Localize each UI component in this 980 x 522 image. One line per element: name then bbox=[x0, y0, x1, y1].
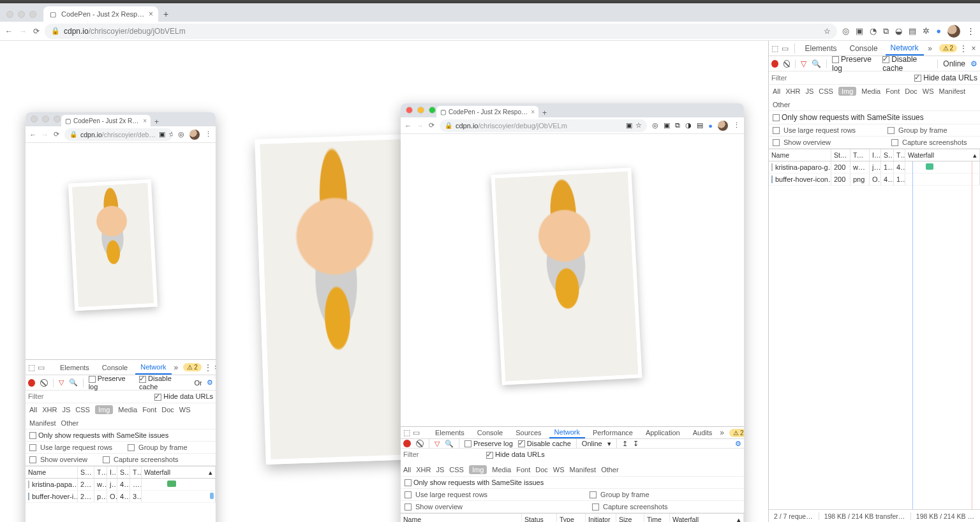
filter-pill[interactable]: All bbox=[773, 87, 780, 95]
table-row[interactable]: buffer-hover-i… 200 p… O… 4… 3… bbox=[26, 491, 216, 503]
col-status[interactable]: Status bbox=[522, 514, 557, 522]
window-controls[interactable] bbox=[31, 116, 61, 123]
filter-pill[interactable]: Manifest bbox=[939, 87, 966, 95]
close-icon[interactable] bbox=[31, 116, 38, 123]
filter-pill[interactable]: Doc bbox=[535, 466, 548, 474]
forward-button[interactable]: → bbox=[19, 27, 27, 36]
filter-pill[interactable]: JS bbox=[436, 466, 444, 474]
ext-icon[interactable]: ◑ bbox=[685, 121, 692, 130]
ext-icon[interactable]: ▣ bbox=[856, 26, 863, 36]
close-icon[interactable] bbox=[406, 107, 413, 114]
large-rows-checkbox[interactable]: Use large request rows bbox=[773, 126, 856, 134]
col-waterfall[interactable]: Waterfall▴ bbox=[670, 514, 744, 522]
ext-icon[interactable]: ⧉ bbox=[675, 121, 680, 130]
filter-icon[interactable]: ▽ bbox=[801, 59, 806, 68]
settings-icon[interactable]: ⚙ bbox=[970, 59, 977, 68]
zoom-window-button[interactable] bbox=[29, 11, 36, 18]
warning-badge[interactable]: ⚠ 2 bbox=[939, 44, 958, 52]
show-overview-checkbox[interactable]: Show overview bbox=[29, 456, 87, 463]
address-bar[interactable]: 🔒 cdpn.io/chriscoyier/debug/jObVELm ☆ bbox=[45, 24, 837, 39]
filter-pill[interactable]: WS bbox=[923, 87, 934, 95]
ext-icon[interactable]: ▤ bbox=[697, 121, 703, 130]
inspect-icon[interactable]: ⬚ bbox=[771, 43, 779, 54]
back-button[interactable]: ← bbox=[405, 122, 412, 130]
clear-button[interactable] bbox=[40, 379, 47, 387]
filter-pill[interactable]: Img bbox=[469, 465, 487, 474]
table-header[interactable]: Name St… T… I… S… T… Waterfall▴ bbox=[26, 466, 216, 479]
tab-sources[interactable]: Sources bbox=[510, 427, 546, 438]
ext-icon[interactable]: ◒ bbox=[895, 26, 902, 36]
col-type[interactable]: T… bbox=[94, 466, 107, 478]
reload-button[interactable]: ⟳ bbox=[54, 130, 59, 138]
profile-avatar[interactable] bbox=[718, 121, 728, 131]
tab-elements[interactable]: Elements bbox=[800, 41, 842, 56]
preserve-log-checkbox[interactable]: Preserve log bbox=[832, 55, 877, 73]
filter-pill[interactable]: Other bbox=[601, 466, 619, 474]
tab-console[interactable]: Console bbox=[97, 360, 133, 375]
filter-icon[interactable]: ▽ bbox=[59, 378, 64, 387]
preserve-log-checkbox[interactable]: Preserve log bbox=[464, 440, 513, 448]
ext-icon[interactable]: ◎ bbox=[178, 130, 184, 138]
search-icon[interactable]: 🔍 bbox=[69, 378, 78, 387]
window-controls[interactable] bbox=[406, 107, 436, 114]
clear-button[interactable] bbox=[416, 440, 424, 447]
tab-network[interactable]: Network bbox=[135, 360, 171, 375]
profile-avatar[interactable] bbox=[947, 25, 960, 38]
minimize-icon[interactable] bbox=[417, 107, 424, 114]
col-type[interactable]: Type bbox=[850, 149, 870, 161]
disable-cache-checkbox[interactable]: Disable cache bbox=[518, 440, 571, 448]
col-name[interactable]: Name bbox=[401, 514, 522, 522]
filter-pill[interactable]: Media bbox=[118, 406, 137, 414]
reload-button[interactable]: ⟳ bbox=[429, 121, 434, 130]
star-icon[interactable]: ☆ bbox=[635, 121, 642, 130]
large-rows-checkbox[interactable]: Use large request rows bbox=[29, 444, 112, 451]
search-icon[interactable]: 🔍 bbox=[445, 440, 454, 448]
warning-badge[interactable]: ⚠ 2 bbox=[183, 363, 202, 371]
throttle-label[interactable]: Or bbox=[194, 379, 202, 387]
group-frame-checkbox[interactable]: Group by frame bbox=[128, 444, 187, 451]
close-devtools-button[interactable]: × bbox=[970, 43, 977, 54]
filter-pill[interactable]: JS bbox=[62, 406, 70, 414]
minimize-window-button[interactable] bbox=[18, 11, 25, 18]
capture-checkbox[interactable]: Capture screenshots bbox=[103, 456, 179, 463]
close-tab-button[interactable]: × bbox=[143, 117, 147, 124]
back-button[interactable]: ← bbox=[29, 131, 36, 138]
reload-button[interactable]: ⟳ bbox=[33, 27, 40, 36]
throttle-select[interactable]: Online bbox=[943, 59, 965, 68]
browser-tab[interactable]: ▢ CodePen - Just 2x Responsive … × bbox=[61, 115, 151, 126]
filter-pill[interactable]: Manifest bbox=[570, 466, 597, 474]
filter-icon[interactable]: ▽ bbox=[434, 440, 440, 448]
zoom-icon[interactable] bbox=[429, 107, 436, 114]
filter-pill[interactable]: XHR bbox=[785, 87, 800, 95]
ext-icon[interactable]: ◎ bbox=[842, 26, 849, 36]
table-row[interactable]: kristina-paparo-g… 200 w… j… 1… 4… bbox=[769, 161, 980, 174]
record-button[interactable] bbox=[28, 379, 35, 387]
filter-pill[interactable]: Doc bbox=[905, 87, 917, 95]
clear-button[interactable] bbox=[783, 60, 791, 68]
window-controls[interactable] bbox=[6, 11, 36, 18]
col-size[interactable]: S… bbox=[117, 466, 130, 478]
samesite-checkbox[interactable]: Only show requests with SameSite issues bbox=[405, 479, 544, 486]
group-frame-checkbox[interactable]: Group by frame bbox=[590, 491, 649, 498]
devtools-menu-button[interactable] bbox=[960, 43, 967, 54]
browser-tab[interactable]: ▢ CodePen - Just 2x Responsive I… × bbox=[436, 106, 538, 117]
col-status[interactable]: Sta… bbox=[831, 149, 850, 161]
filter-pill[interactable]: CSS bbox=[75, 406, 90, 414]
ext-icon[interactable]: ● bbox=[708, 122, 713, 130]
col-time[interactable]: Time bbox=[644, 514, 670, 522]
device-icon[interactable]: ▭ bbox=[782, 43, 789, 54]
new-tab-button[interactable]: + bbox=[151, 117, 163, 126]
close-window-button[interactable] bbox=[6, 11, 13, 18]
forward-button[interactable]: → bbox=[41, 131, 48, 138]
inspect-icon[interactable]: ⬚ bbox=[28, 362, 35, 373]
ext-icon[interactable]: ▤ bbox=[909, 26, 916, 36]
filter-pill[interactable]: Img bbox=[838, 87, 856, 96]
col-type[interactable]: Type bbox=[557, 514, 586, 522]
samesite-checkbox[interactable]: Only show requests with SameSite issues bbox=[29, 431, 168, 439]
filter-pill[interactable]: Font bbox=[142, 406, 156, 414]
filter-input[interactable] bbox=[28, 392, 73, 400]
forward-button[interactable]: → bbox=[417, 122, 424, 130]
table-header[interactable]: Name Sta… Type I… S… T… Waterfall▴ bbox=[769, 149, 980, 161]
filter-pill[interactable]: WS bbox=[553, 466, 565, 474]
table-row[interactable]: buffer-hover-icon… 200 png O… 4… 1… bbox=[769, 174, 980, 186]
